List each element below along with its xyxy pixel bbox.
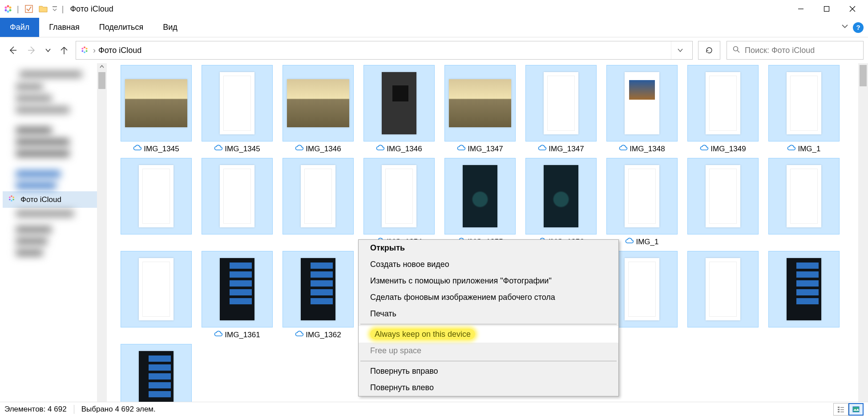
file-item[interactable]: IMG_1346 xyxy=(278,65,359,156)
file-name: IMG_1 xyxy=(798,145,820,153)
titlebar: | | Фото iCloud xyxy=(0,0,868,18)
file-name: IMG_1347 xyxy=(549,145,584,153)
sidebar-item[interactable] xyxy=(3,168,104,180)
sidebar-item-photos-icloud[interactable]: Фото iCloud xyxy=(3,191,104,208)
sidebar-item[interactable] xyxy=(3,235,104,247)
file-item[interactable]: IMG_1355 xyxy=(440,158,521,249)
context-menu-rotate-right[interactable]: Повернуть вправо xyxy=(359,363,618,380)
window-title: Фото iCloud xyxy=(70,4,113,14)
content-scrollbar[interactable] xyxy=(858,63,868,402)
sidebar-item[interactable] xyxy=(3,104,104,116)
context-menu-set-wallpaper[interactable]: Сделать фоновым изображением рабочего ст… xyxy=(359,289,618,306)
svg-point-0 xyxy=(7,5,9,8)
tab-view[interactable]: Вид xyxy=(153,18,187,37)
svg-point-5 xyxy=(5,7,7,9)
context-menu-free-up-space: Free up space xyxy=(359,343,618,359)
context-menu-print[interactable]: Печать xyxy=(359,306,618,322)
context-menu-rotate-left[interactable]: Повернуть влево xyxy=(359,380,618,396)
quick-menu-dropdown-icon[interactable] xyxy=(51,3,58,15)
sidebar-item[interactable] xyxy=(3,148,104,159)
sidebar-item[interactable] xyxy=(3,247,104,258)
breadcrumb-location[interactable]: Фото iCloud xyxy=(98,46,141,55)
quick-access-check-icon[interactable] xyxy=(23,3,35,15)
tab-file[interactable]: Файл xyxy=(0,18,39,37)
file-item[interactable]: IMG_1354 xyxy=(359,158,440,249)
file-item[interactable] xyxy=(682,251,763,342)
svg-point-24 xyxy=(9,199,11,201)
help-icon[interactable]: ? xyxy=(853,22,864,33)
tab-share[interactable]: Поделиться xyxy=(89,18,153,37)
file-item[interactable] xyxy=(763,158,844,249)
sidebar-item[interactable] xyxy=(3,125,104,136)
file-item[interactable]: IMG_1347 xyxy=(440,65,521,156)
status-separator xyxy=(74,405,74,414)
sidebar-item[interactable] xyxy=(3,208,104,219)
context-menu-edit-photos[interactable]: Изменить с помощью приложения "Фотографи… xyxy=(359,273,618,289)
file-caption: IMG_1362 xyxy=(293,327,343,342)
file-item[interactable]: IMG_1361 xyxy=(197,251,278,342)
file-caption: IMG_1348 xyxy=(617,141,666,156)
sidebar-item[interactable] xyxy=(3,93,104,104)
maximize-button[interactable] xyxy=(814,0,840,17)
sidebar-item[interactable] xyxy=(3,81,104,93)
file-caption: IMG_1345 xyxy=(131,141,181,156)
back-button[interactable] xyxy=(4,42,20,58)
view-thumbnails-button[interactable] xyxy=(848,403,864,416)
address-bar[interactable]: › Фото iCloud xyxy=(76,41,693,60)
tab-home[interactable]: Главная xyxy=(39,18,89,37)
file-item[interactable]: IMG_1348 xyxy=(602,65,682,156)
file-item[interactable]: IMG_1 xyxy=(602,158,682,249)
file-item[interactable]: IMG_1356 xyxy=(521,158,602,249)
svg-rect-29 xyxy=(840,409,844,410)
sidebar-item[interactable] xyxy=(3,136,104,148)
up-button[interactable] xyxy=(56,42,72,58)
view-details-button[interactable] xyxy=(833,403,848,416)
file-name: IMG_1348 xyxy=(630,145,665,153)
address-dropdown-icon[interactable] xyxy=(671,41,689,59)
cloud-icon xyxy=(376,144,385,153)
minimize-button[interactable] xyxy=(788,0,814,17)
file-item[interactable]: IMG_1362 xyxy=(278,251,359,342)
file-item[interactable]: IMG_1345 xyxy=(116,65,197,156)
svg-point-12 xyxy=(84,46,85,48)
file-caption: IMG_1347 xyxy=(536,141,585,156)
close-button[interactable] xyxy=(840,0,865,17)
file-name: IMG_1346 xyxy=(306,145,341,153)
breadcrumb-chevron-icon[interactable]: › xyxy=(93,46,96,55)
sidebar-item[interactable] xyxy=(3,180,104,191)
context-menu-open[interactable]: Открыть xyxy=(359,240,618,256)
sidebar-item[interactable] xyxy=(3,224,104,235)
file-item[interactable] xyxy=(278,158,359,249)
file-item[interactable]: IMG_1 xyxy=(763,65,844,156)
scroll-up-icon[interactable] xyxy=(99,64,105,69)
file-item[interactable] xyxy=(197,158,278,249)
file-item[interactable] xyxy=(763,251,844,342)
ribbon-expand-icon[interactable] xyxy=(841,23,848,32)
search-box[interactable]: Поиск: Фото iCloud xyxy=(727,41,864,60)
context-menu-new-video[interactable]: Создать новое видео xyxy=(359,256,618,273)
svg-rect-26 xyxy=(838,407,840,408)
file-item[interactable] xyxy=(682,158,763,249)
file-item[interactable] xyxy=(116,344,197,402)
file-item[interactable]: IMG_1347 xyxy=(521,65,602,156)
sidebar: Фото iCloud xyxy=(0,63,107,402)
file-item[interactable]: IMG_1349 xyxy=(682,65,763,156)
svg-point-22 xyxy=(12,199,14,201)
file-item[interactable]: IMG_1346 xyxy=(359,65,440,156)
refresh-button[interactable] xyxy=(698,41,720,60)
history-dropdown-icon[interactable] xyxy=(44,42,52,58)
sidebar-item[interactable] xyxy=(3,68,104,81)
file-item[interactable] xyxy=(116,251,197,342)
context-menu-keep-on-device[interactable]: Always keep on this device xyxy=(359,326,618,343)
scrollbar-thumb[interactable] xyxy=(98,72,105,89)
file-caption: IMG_1 xyxy=(785,141,822,156)
folder-icon[interactable] xyxy=(37,3,49,15)
scrollbar-thumb[interactable] xyxy=(860,65,867,86)
file-caption: IMG_1346 xyxy=(293,141,343,156)
forward-button[interactable] xyxy=(24,42,40,58)
context-menu-separator xyxy=(360,324,617,324)
file-item[interactable]: IMG_1345 xyxy=(197,65,278,156)
cloud-icon xyxy=(457,144,466,153)
file-item[interactable] xyxy=(116,158,197,249)
sidebar-scrollbar[interactable] xyxy=(97,63,107,402)
